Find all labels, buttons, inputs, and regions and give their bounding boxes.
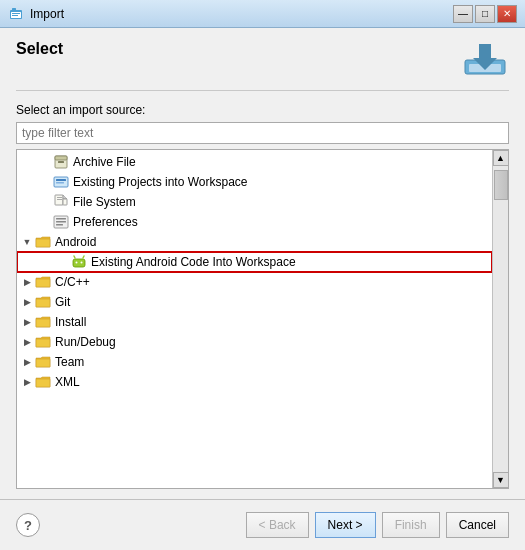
item-label-preferences: Preferences — [73, 215, 138, 229]
svg-rect-29 — [36, 279, 50, 287]
svg-rect-12 — [56, 179, 66, 181]
tree-item-filesystem[interactable]: File System — [17, 192, 492, 212]
item-label-install: Install — [55, 315, 86, 329]
svg-rect-9 — [55, 156, 67, 160]
scrollbar: ▲ ▼ — [492, 150, 508, 488]
expand-arrow-android[interactable]: ▼ — [21, 236, 33, 248]
svg-rect-30 — [36, 299, 50, 307]
cancel-button[interactable]: Cancel — [446, 512, 509, 538]
item-icon-android — [35, 234, 51, 250]
svg-marker-15 — [63, 195, 67, 199]
scroll-down-arrow[interactable]: ▼ — [493, 472, 509, 488]
svg-rect-16 — [63, 199, 67, 205]
svg-rect-4 — [12, 15, 18, 16]
expand-arrow-git[interactable]: ▶ — [21, 296, 33, 308]
svg-rect-32 — [36, 339, 50, 347]
scroll-track — [493, 166, 508, 472]
scroll-thumb[interactable] — [494, 170, 508, 200]
expand-arrow-xml[interactable]: ▶ — [21, 376, 33, 388]
item-icon-existing-projects — [53, 174, 69, 190]
svg-rect-33 — [36, 359, 50, 367]
item-icon-team — [35, 354, 51, 370]
title-bar-icon — [8, 6, 24, 22]
svg-point-25 — [76, 262, 78, 264]
item-icon-existing-android — [71, 254, 87, 270]
expand-arrow-cpp[interactable]: ▶ — [21, 276, 33, 288]
dialog-content: Select Select an import source: Archive … — [0, 28, 525, 489]
header-area: Select — [16, 40, 509, 91]
expand-arrow-rundebug[interactable]: ▶ — [21, 336, 33, 348]
help-button[interactable]: ? — [16, 513, 40, 537]
svg-rect-13 — [56, 182, 64, 184]
item-label-existing-projects: Existing Projects into Workspace — [73, 175, 248, 189]
item-label-android: Android — [55, 235, 96, 249]
item-icon-xml — [35, 374, 51, 390]
tree-list: Archive File Existing Projects into Work… — [17, 150, 492, 488]
tree-item-team[interactable]: ▶ Team — [17, 352, 492, 372]
tree-item-git[interactable]: ▶ Git — [17, 292, 492, 312]
expand-arrow-install[interactable]: ▶ — [21, 316, 33, 328]
tree-item-preferences[interactable]: Preferences — [17, 212, 492, 232]
item-icon-preferences — [53, 214, 69, 230]
close-button[interactable]: ✕ — [497, 5, 517, 23]
item-icon-install — [35, 314, 51, 330]
tree-item-android[interactable]: ▼ Android — [17, 232, 492, 252]
item-icon-filesystem — [53, 194, 69, 210]
import-icon — [461, 40, 509, 80]
svg-point-26 — [81, 262, 83, 264]
minimize-button[interactable]: — — [453, 5, 473, 23]
tree-item-existing-projects[interactable]: Existing Projects into Workspace — [17, 172, 492, 192]
svg-rect-23 — [36, 239, 50, 247]
tree-item-cpp[interactable]: ▶ C/C++ — [17, 272, 492, 292]
title-bar-title: Import — [30, 7, 453, 21]
svg-rect-34 — [36, 379, 50, 387]
expand-arrow-team[interactable]: ▶ — [21, 356, 33, 368]
item-label-archive: Archive File — [73, 155, 136, 169]
maximize-button[interactable]: □ — [475, 5, 495, 23]
tree-container: Archive File Existing Projects into Work… — [16, 149, 509, 489]
svg-line-27 — [74, 256, 75, 258]
finish-button[interactable]: Finish — [382, 512, 440, 538]
filter-input[interactable] — [16, 122, 509, 144]
scroll-up-arrow[interactable]: ▲ — [493, 150, 509, 166]
item-icon-git — [35, 294, 51, 310]
item-label-team: Team — [55, 355, 84, 369]
svg-rect-24 — [73, 259, 85, 267]
svg-rect-31 — [36, 319, 50, 327]
tree-item-existing-android[interactable]: Existing Android Code Into Workspace — [17, 252, 492, 272]
item-icon-rundebug — [35, 334, 51, 350]
svg-rect-18 — [57, 199, 62, 200]
svg-line-28 — [83, 256, 84, 258]
tree-item-rundebug[interactable]: ▶ Run/Debug — [17, 332, 492, 352]
tree-item-install[interactable]: ▶ Install — [17, 312, 492, 332]
item-label-xml: XML — [55, 375, 80, 389]
item-label-rundebug: Run/Debug — [55, 335, 116, 349]
page-title: Select — [16, 40, 63, 58]
back-button[interactable]: < Back — [246, 512, 309, 538]
item-label-git: Git — [55, 295, 70, 309]
next-button[interactable]: Next > — [315, 512, 376, 538]
svg-rect-20 — [56, 218, 66, 220]
svg-rect-3 — [12, 13, 20, 14]
svg-rect-22 — [56, 224, 63, 226]
svg-rect-17 — [57, 197, 62, 198]
tree-item-archive[interactable]: Archive File — [17, 152, 492, 172]
svg-rect-21 — [56, 221, 66, 223]
title-bar-controls: — □ ✕ — [453, 5, 517, 23]
item-icon-cpp — [35, 274, 51, 290]
item-label-cpp: C/C++ — [55, 275, 90, 289]
item-icon-archive — [53, 154, 69, 170]
section-label: Select an import source: — [16, 103, 509, 117]
svg-rect-1 — [12, 8, 16, 11]
title-bar: Import — □ ✕ — [0, 0, 525, 28]
button-bar: ? < Back Next > Finish Cancel — [0, 500, 525, 550]
item-label-filesystem: File System — [73, 195, 136, 209]
tree-item-xml[interactable]: ▶ XML — [17, 372, 492, 392]
item-label-existing-android: Existing Android Code Into Workspace — [91, 255, 296, 269]
svg-rect-10 — [58, 161, 64, 163]
